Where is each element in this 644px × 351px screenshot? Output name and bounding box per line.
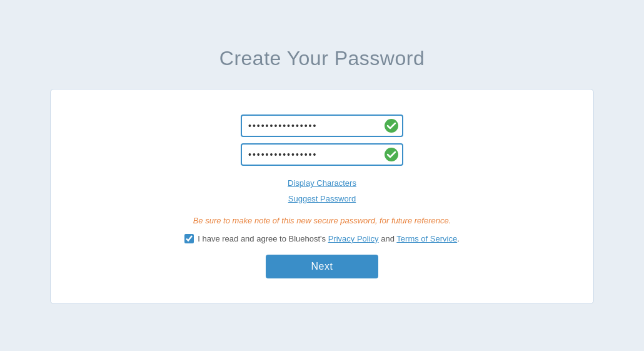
svg-point-1 (385, 148, 398, 161)
form-container: Display Characters Suggest Password Be s… (63, 114, 581, 278)
password-check-icon (385, 119, 398, 133)
terms-link[interactable]: Terms of Service (396, 234, 457, 243)
privacy-policy-link[interactable]: Privacy Policy (328, 234, 379, 243)
confirm-password-input[interactable] (241, 143, 403, 166)
display-characters-link[interactable]: Display Characters (288, 176, 356, 191)
page-title: Create Your Password (219, 47, 425, 70)
agreement-row: I have read and agree to Bluehost's Priv… (184, 234, 460, 243)
confirm-check-icon (385, 148, 398, 161)
password-input[interactable] (241, 114, 403, 137)
reminder-text: Be sure to make note of this new secure … (193, 216, 451, 225)
next-button[interactable]: Next (266, 255, 378, 278)
agreement-text: I have read and agree to Bluehost's Priv… (198, 234, 460, 243)
form-card: Display Characters Suggest Password Be s… (50, 89, 594, 304)
agreement-checkbox[interactable] (184, 234, 194, 243)
svg-point-0 (385, 119, 398, 133)
suggest-password-link[interactable]: Suggest Password (288, 191, 356, 207)
confirm-password-input-wrapper (241, 143, 403, 166)
password-links: Display Characters Suggest Password (288, 176, 356, 207)
password-input-wrapper (241, 114, 403, 137)
